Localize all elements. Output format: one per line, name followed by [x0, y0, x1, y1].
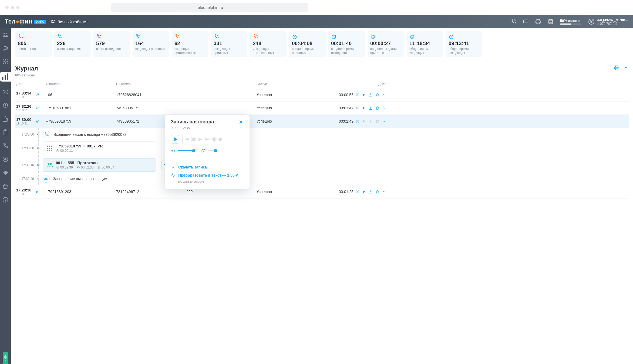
- journal-collapse-icon[interactable]: [623, 65, 629, 70]
- cell-time: 17:30:0019.10.21: [16, 117, 35, 125]
- table-row[interactable]: 17:32:2619.10.21+7910639188174958905172У…: [15, 102, 629, 115]
- sidebar-callback-icon[interactable]: [2, 143, 9, 149]
- stat-card[interactable]: 164входящих принятых: [133, 31, 169, 57]
- speed-control[interactable]: [201, 148, 214, 153]
- row-play-icon[interactable]: [362, 119, 366, 124]
- stat-card[interactable]: 00:04:08среднее время принятых: [289, 31, 326, 57]
- row-graph-icon[interactable]: [355, 106, 359, 110]
- svg-point-50: [47, 150, 48, 151]
- volume-control[interactable]: [171, 148, 194, 153]
- stat-card[interactable]: 00:00:27среднее ожидание принятых: [368, 31, 404, 57]
- cell-time: 17:28:3019.10.21: [16, 188, 35, 196]
- print-icon[interactable]: [535, 19, 541, 25]
- speed-slider[interactable]: [208, 150, 214, 151]
- sidebar-target-icon[interactable]: [2, 102, 9, 109]
- sidebar-shuffle-icon[interactable]: [2, 89, 9, 95]
- cabinet-link[interactable]: Личный кабинет: [51, 19, 88, 24]
- row-expand-icon[interactable]: [382, 119, 386, 124]
- svg-point-3: [591, 20, 592, 22]
- volume-slider[interactable]: [178, 150, 194, 151]
- row-expand-icon[interactable]: [382, 92, 386, 97]
- row-download-icon[interactable]: [369, 92, 373, 97]
- row-graph-icon[interactable]: [355, 119, 359, 124]
- stat-label: исходящих принятых: [214, 47, 245, 55]
- stat-card[interactable]: 00:01:40среднее время исходящих: [328, 31, 365, 57]
- row-delete-icon[interactable]: [375, 92, 379, 97]
- window-dot[interactable]: [11, 6, 14, 9]
- waveform[interactable]: [183, 135, 244, 144]
- stat-card[interactable]: 248исходящих неотвеченных: [250, 31, 287, 57]
- row-delete-icon[interactable]: [375, 106, 379, 110]
- svg-point-8: [7, 48, 8, 49]
- row-delete-icon[interactable]: [375, 119, 379, 124]
- row-expand-icon[interactable]: [382, 189, 386, 194]
- step-card[interactable]: 001 › 555 - Протоколы 00:02:39 00:02:35 …: [43, 158, 156, 172]
- stat-card[interactable]: 09:13:41общее время исходящих: [446, 31, 482, 57]
- active-call-icon[interactable]: [510, 19, 516, 25]
- row-download-icon[interactable]: [369, 189, 373, 194]
- stat-value: 805: [18, 41, 49, 46]
- sidebar-clipboard-icon[interactable]: [2, 129, 9, 136]
- step-meta: 00:00:11: [56, 149, 103, 153]
- svg-rect-19: [4, 171, 5, 174]
- stat-card[interactable]: 226всего входящих: [54, 31, 91, 57]
- sidebar-stats-icon[interactable]: [0, 72, 11, 82]
- cell-to: +79526828041: [116, 93, 186, 97]
- cell-from: 106: [46, 93, 116, 97]
- journal-print-icon[interactable]: [614, 65, 619, 70]
- app-header: Тел●фин ОФИС Личный кабинет 50% занято J…: [0, 15, 633, 28]
- sidebar-settings-icon[interactable]: [2, 58, 9, 65]
- stat-value: 579: [96, 41, 127, 46]
- stat-card[interactable]: 62входящих неотвеченных: [172, 31, 208, 57]
- row-download-icon[interactable]: [369, 119, 373, 124]
- storage-icon[interactable]: [548, 19, 554, 25]
- window-dot[interactable]: [5, 6, 9, 9]
- sidebar-routing-icon[interactable]: [2, 45, 9, 51]
- stat-card[interactable]: 11:18:34общее время входящих: [407, 31, 443, 57]
- stat-value: 00:00:27: [370, 41, 401, 46]
- stat-card[interactable]: 331исходящих принятых: [211, 31, 247, 57]
- stat-icon: [370, 34, 376, 39]
- row-play-icon[interactable]: [362, 189, 366, 194]
- sidebar-online-tab[interactable]: лайн: [3, 352, 8, 364]
- stat-card[interactable]: 579всего исходящих: [93, 31, 130, 57]
- storage-meter: 50% занято: [560, 19, 581, 25]
- stat-label: общее время исходящих: [449, 47, 480, 55]
- row-download-icon[interactable]: [369, 106, 373, 110]
- row-play-icon[interactable]: [362, 106, 366, 110]
- direction-icon: [35, 119, 40, 124]
- chat-icon[interactable]: [523, 19, 529, 25]
- table-row[interactable]: 17:33:3419.10.21106+79526828041Успешно00…: [15, 88, 629, 102]
- drag-handle-icon[interactable]: [214, 120, 219, 124]
- stat-value: 00:04:08: [292, 41, 323, 46]
- journal-title: Журнал: [15, 65, 38, 72]
- row-play-icon[interactable]: [362, 92, 366, 97]
- step-card[interactable]: +79659018759 › 001 - IVR 00:00:11: [43, 141, 156, 155]
- logo-text: Тел●фин: [5, 18, 32, 25]
- sidebar-info-icon[interactable]: [2, 197, 9, 203]
- row-graph-icon[interactable]: [355, 189, 359, 194]
- sidebar-audio-icon[interactable]: [2, 170, 9, 176]
- sidebar-record-icon[interactable]: [2, 156, 9, 163]
- transcribe-link[interactable]: Преобразовать в текст — 2.55 ₽: [171, 171, 244, 179]
- sidebar-contacts-icon[interactable]: [2, 31, 9, 38]
- download-recording-link[interactable]: Скачать запись: [171, 163, 244, 171]
- window-dot[interactable]: [16, 6, 19, 9]
- row-delete-icon[interactable]: [375, 189, 379, 194]
- user-menu[interactable]: JJQ39287_Miron... 1 072 787,9 ₽: [588, 18, 628, 26]
- logo[interactable]: Тел●фин ОФИС: [5, 18, 46, 25]
- play-button[interactable]: [171, 135, 179, 144]
- stat-card[interactable]: 805всего вызовов: [15, 31, 52, 57]
- cell-ext: 229: [186, 190, 257, 194]
- svg-rect-21: [6, 171, 7, 174]
- table-row[interactable]: 17:30:0019.10.21+7965901875974958905172У…: [15, 115, 629, 128]
- row-graph-icon[interactable]: [355, 92, 359, 97]
- sidebar-shop-icon[interactable]: [2, 183, 9, 190]
- url-bar[interactable]: teleo.telphin.ru: [111, 3, 308, 12]
- row-expand-icon[interactable]: [382, 106, 386, 110]
- close-icon[interactable]: [238, 119, 244, 125]
- table-row[interactable]: 17:28:3019.10.21+79215391203781224967122…: [15, 185, 629, 198]
- stats-grid: 805всего вызовов226всего входящих579всег…: [15, 31, 629, 57]
- table-header-row: Дата С номера На номер Статус Длит.: [15, 80, 629, 88]
- sidebar-like-icon[interactable]: [2, 116, 9, 122]
